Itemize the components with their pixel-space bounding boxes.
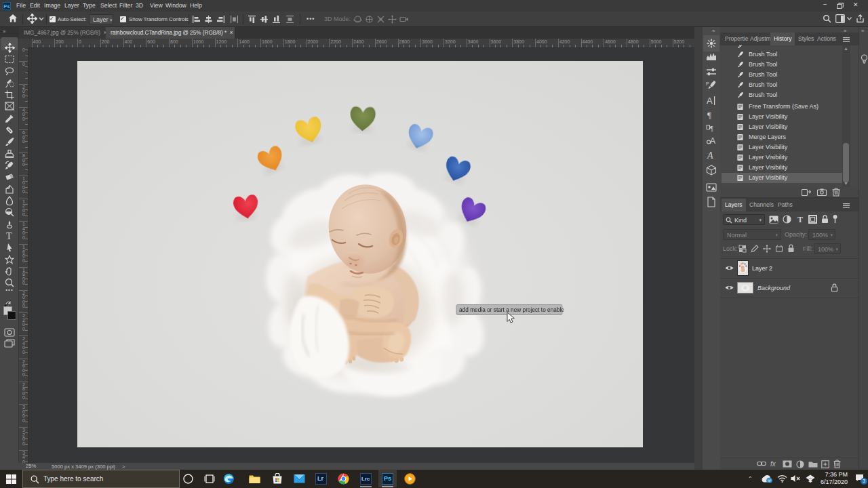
svg-text:A: A — [707, 150, 713, 161]
svg-text:¶: ¶ — [710, 125, 713, 132]
svg-text:add media or start a new proje: add media or start a new project to enab… — [459, 306, 564, 313]
svg-text:T: T — [797, 215, 803, 224]
svg-text:A: A — [707, 96, 713, 106]
svg-text:A: A — [710, 136, 715, 146]
svg-text:F: F — [706, 81, 709, 87]
svg-text:fx: fx — [770, 460, 776, 468]
svg-text:T: T — [6, 231, 12, 241]
svg-text:¶: ¶ — [707, 110, 711, 120]
